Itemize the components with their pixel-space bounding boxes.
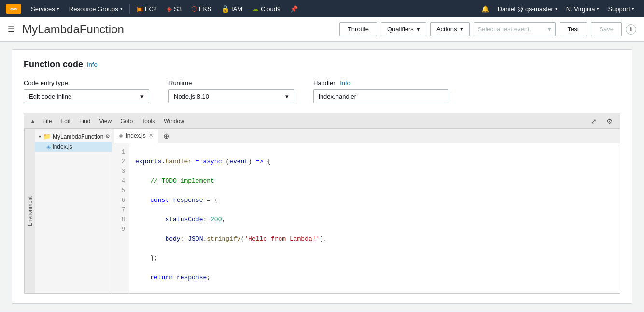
- folder-icon: 📁: [43, 133, 51, 140]
- edit-menu[interactable]: Edit: [56, 116, 74, 127]
- handler-info-link[interactable]: Info: [340, 79, 350, 86]
- ec2-nav[interactable]: ▣ EC2: [133, 0, 161, 17]
- throttle-button[interactable]: Throttle: [339, 22, 377, 36]
- resource-groups-chevron-icon: ▾: [120, 6, 123, 11]
- section-title: Function code: [24, 59, 83, 70]
- section-info-link[interactable]: Info: [87, 61, 98, 68]
- goto-menu[interactable]: Goto: [116, 116, 137, 127]
- file-icon: ◈: [46, 143, 51, 150]
- cloud9-nav[interactable]: ☁ Cloud9: [248, 0, 284, 17]
- hamburger-menu[interactable]: ☰: [8, 25, 14, 34]
- eks-nav[interactable]: ⬡ EKS: [187, 0, 215, 17]
- function-header-bar: ☰ MyLambdaFunction Throttle Qualifiers ▾…: [0, 17, 644, 42]
- folder-item[interactable]: ▾ 📁 MyLambdaFunction ⚙: [35, 131, 112, 142]
- bell-icon: 🔔: [481, 5, 489, 13]
- form-row: Code entry type Edit code inline ▾ Runti…: [24, 79, 620, 103]
- s3-nav[interactable]: ◈ S3: [163, 0, 185, 17]
- environment-panel[interactable]: Environment: [24, 129, 35, 293]
- pin-nav[interactable]: 📌: [286, 0, 302, 17]
- handler-input[interactable]: [313, 89, 448, 103]
- resource-groups-nav[interactable]: Resource Groups ▾: [65, 0, 126, 17]
- eks-icon: ⬡: [191, 5, 197, 13]
- code-area[interactable]: 1 2 3 4 5 6 7 8 9 exports.handler = asyn…: [112, 143, 620, 293]
- cloud9-icon: ☁: [252, 5, 259, 13]
- code-entry-type-group: Code entry type Edit code inline ▾: [24, 79, 149, 103]
- support-nav[interactable]: Support ▾: [604, 0, 638, 17]
- window-menu[interactable]: Window: [160, 116, 188, 127]
- handler-group: Handler Info: [313, 79, 448, 103]
- iam-icon: 🔒: [221, 5, 229, 13]
- file-menu[interactable]: File: [39, 116, 56, 127]
- function-code-section: Function code Info Code entry type Edit …: [12, 49, 632, 304]
- runtime-select[interactable]: Node.js 8.10 ▾: [168, 89, 294, 103]
- test-button[interactable]: Test: [560, 22, 588, 36]
- actions-button[interactable]: Actions ▾: [430, 22, 470, 36]
- handler-label: Handler Info: [313, 79, 448, 86]
- test-event-chevron-icon: ▾: [548, 26, 551, 33]
- iam-nav[interactable]: 🔒 IAM: [217, 0, 246, 17]
- fullscreen-button[interactable]: ⤢: [587, 114, 601, 128]
- file-tree: ▾ 📁 MyLambdaFunction ⚙ ◈ index.js: [35, 129, 112, 293]
- main-content: Function code Info Code entry type Edit …: [0, 42, 644, 312]
- tab-file-icon: ◈: [119, 132, 123, 139]
- user-nav[interactable]: Daniel @ qs-master ▾: [494, 0, 561, 17]
- region-nav[interactable]: N. Virginia ▾: [562, 0, 603, 17]
- line-numbers: 1 2 3 4 5 6 7 8 9: [112, 143, 129, 293]
- region-chevron-icon: ▾: [597, 6, 599, 11]
- settings-button[interactable]: ⚙: [602, 114, 616, 128]
- folder-gear-icon[interactable]: ⚙: [105, 133, 110, 140]
- aws-logo[interactable]: aws: [6, 4, 21, 14]
- code-entry-select[interactable]: Edit code inline ▾: [24, 89, 149, 103]
- code-entry-label: Code entry type: [24, 79, 149, 86]
- top-navigation: aws Services ▾ Resource Groups ▾ ▣ EC2 ◈…: [0, 0, 644, 17]
- new-tab-button[interactable]: ⊕: [160, 130, 173, 142]
- file-item[interactable]: ◈ index.js: [35, 142, 112, 152]
- tools-menu[interactable]: Tools: [138, 116, 159, 127]
- actions-chevron-icon: ▾: [460, 26, 463, 33]
- services-chevron-icon: ▾: [57, 6, 59, 11]
- bell-nav[interactable]: 🔔: [477, 0, 493, 17]
- editor-collapse-button[interactable]: ▲: [28, 114, 38, 128]
- user-chevron-icon: ▾: [555, 6, 558, 11]
- support-chevron-icon: ▾: [632, 6, 634, 11]
- s3-icon: ◈: [167, 5, 172, 13]
- runtime-label: Runtime: [168, 79, 294, 86]
- qualifiers-chevron-icon: ▾: [417, 26, 420, 33]
- code-editor: ▲ File Edit Find View Goto Tools Window …: [24, 113, 620, 294]
- page-title: MyLambdaFunction: [22, 23, 336, 36]
- pin-icon: 📌: [290, 5, 298, 13]
- runtime-group: Runtime Node.js 8.10 ▾: [168, 79, 294, 103]
- info-circle-button[interactable]: ℹ: [626, 24, 636, 35]
- nav-right: 🔔 Daniel @ qs-master ▾ N. Virginia ▾ Sup…: [477, 0, 638, 17]
- qualifiers-button[interactable]: Qualifiers ▾: [381, 22, 426, 36]
- services-nav[interactable]: Services ▾: [27, 0, 63, 17]
- tab-close-button[interactable]: ✕: [149, 132, 153, 139]
- index-js-tab[interactable]: ◈ index.js ✕: [114, 129, 158, 143]
- runtime-chevron-icon: ▾: [285, 93, 289, 100]
- ec2-icon: ▣: [137, 5, 143, 13]
- code-content[interactable]: exports.handler = async (event) => { // …: [129, 143, 620, 293]
- editor-body: Environment ▾ 📁 MyLambdaFunction ⚙ ◈ ind…: [24, 129, 620, 293]
- section-header: Function code Info: [24, 59, 620, 70]
- find-menu[interactable]: Find: [75, 116, 94, 127]
- code-main: ◈ index.js ✕ ⊕ 1 2 3 4 5: [112, 129, 620, 293]
- nav-separator-1: [129, 4, 130, 14]
- editor-tabs: ◈ index.js ✕ ⊕: [112, 129, 620, 143]
- editor-menubar: ▲ File Edit Find View Goto Tools Window …: [24, 113, 620, 129]
- test-event-selector[interactable]: Select a test event.. ▾: [474, 22, 556, 36]
- code-entry-chevron-icon: ▾: [140, 93, 144, 100]
- folder-chevron-icon: ▾: [39, 134, 41, 139]
- save-button[interactable]: Save: [591, 22, 622, 36]
- aws-logo-box: aws: [6, 4, 21, 14]
- view-menu[interactable]: View: [95, 116, 115, 127]
